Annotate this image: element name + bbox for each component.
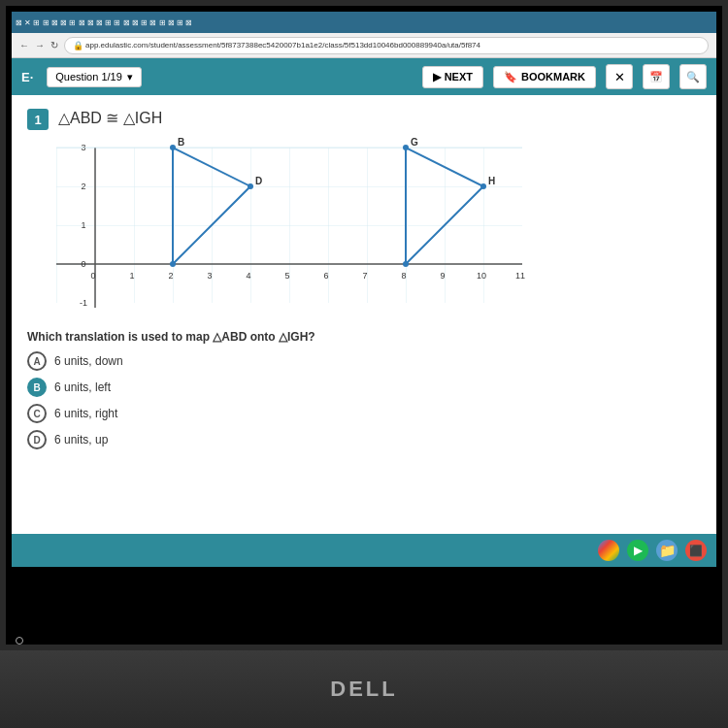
- choice-b[interactable]: B 6 units, left: [27, 378, 701, 397]
- svg-text:0: 0: [81, 259, 85, 269]
- svg-text:H: H: [488, 176, 495, 186]
- address-text: app.edulastic.com/student/assessment/5f8…: [85, 41, 480, 50]
- svg-text:1: 1: [81, 220, 85, 230]
- tab-bar-content: ⊠ ✕ ⊞ ⊞ ⊠ ⊠ ⊞ ⊠ ⊠ ⊠ ⊞ ⊞ ⊠ ⊠ ⊞ ⊠ ⊞ ⊠ ⊞ ⊠: [16, 18, 192, 27]
- close-button[interactable]: ✕: [606, 64, 633, 89]
- svg-text:0: 0: [90, 271, 95, 281]
- svg-text:9: 9: [440, 271, 445, 281]
- tab-bar: ⊠ ✕ ⊞ ⊞ ⊠ ⊠ ⊞ ⊠ ⊠ ⊠ ⊞ ⊞ ⊠ ⊠ ⊞ ⊠ ⊞ ⊠ ⊞ ⊠: [12, 12, 716, 33]
- svg-text:D: D: [255, 176, 262, 186]
- svg-text:2: 2: [168, 271, 173, 281]
- next-button[interactable]: ▶ NEXT: [422, 66, 483, 88]
- dell-logo: DELL: [330, 677, 397, 702]
- choice-d-circle[interactable]: D: [27, 430, 47, 449]
- question-selector-label: Question 1/19: [55, 71, 122, 83]
- choice-b-circle[interactable]: B: [27, 378, 47, 397]
- calendar-icon: 📅: [649, 71, 663, 83]
- bookmark-button[interactable]: 🔖 BOOKMARK: [493, 66, 596, 88]
- svg-point-30: [403, 145, 409, 150]
- svg-point-31: [480, 183, 486, 189]
- choice-c-circle[interactable]: C: [27, 404, 47, 423]
- svg-text:4: 4: [246, 271, 250, 281]
- next-icon: ▶: [433, 71, 441, 83]
- svg-text:-1: -1: [80, 298, 87, 308]
- svg-text:10: 10: [477, 271, 486, 281]
- close-icon: ✕: [614, 70, 625, 84]
- svg-point-29: [403, 261, 409, 267]
- svg-point-23: [170, 261, 176, 267]
- choice-d-label: 6 units, up: [54, 433, 108, 447]
- address-bar: ← → ↻ 🔒 app.edulastic.com/student/assess…: [12, 33, 716, 58]
- question-header: 1 △ABD ≅ △IGH: [27, 109, 701, 130]
- address-input[interactable]: 🔒 app.edulastic.com/student/assessment/5…: [64, 37, 709, 54]
- svg-text:2: 2: [81, 182, 85, 191]
- os-taskbar: ▶ 📁 ⬛: [12, 534, 716, 567]
- question-text: Which translation is used to map △ABD on…: [27, 330, 701, 344]
- svg-text:11: 11: [515, 271, 525, 281]
- assessment-toolbar: E· Question 1/19 ▾ ▶ NEXT 🔖 BOOKMARK ✕ 📅…: [12, 58, 716, 95]
- os-indicator: [16, 637, 23, 645]
- main-content: 1 △ABD ≅ △IGH: [12, 95, 716, 561]
- search-button[interactable]: 🔍: [679, 64, 707, 89]
- folder-icon[interactable]: 📁: [656, 540, 678, 561]
- search-icon: 🔍: [686, 71, 700, 83]
- chrome-icon[interactable]: [598, 540, 619, 561]
- choice-a[interactable]: A 6 units, down: [27, 351, 701, 371]
- graph-container: 0 1 2 3 4 5 6 7 8 9 10 11 0 1 2 3: [27, 138, 701, 322]
- brand-initial: E·: [21, 70, 33, 84]
- back-button[interactable]: ←: [19, 40, 29, 50]
- bookmark-icon: 🔖: [504, 71, 517, 83]
- next-label: NEXT: [445, 71, 473, 83]
- calendar-button[interactable]: 📅: [643, 64, 670, 89]
- question-number: 1: [27, 109, 49, 130]
- svg-text:G: G: [411, 138, 418, 148]
- svg-text:5: 5: [284, 271, 289, 281]
- forward-button[interactable]: →: [35, 40, 45, 50]
- svg-text:B: B: [178, 138, 184, 148]
- svg-point-25: [248, 183, 253, 189]
- reload-button[interactable]: ↻: [50, 40, 58, 50]
- play-icon[interactable]: ▶: [627, 540, 648, 561]
- choice-b-label: 6 units, left: [54, 381, 111, 394]
- question-title: △ABD ≅ △IGH: [58, 109, 162, 127]
- choice-c[interactable]: C 6 units, right: [27, 404, 701, 423]
- svg-text:1: 1: [129, 271, 134, 281]
- svg-text:8: 8: [401, 271, 406, 281]
- question-selector[interactable]: Question 1/19 ▾: [47, 67, 142, 87]
- choice-c-label: 6 units, right: [54, 407, 117, 420]
- answer-choices: A 6 units, down B 6 units, left C 6 unit…: [27, 351, 701, 449]
- bookmark-label: BOOKMARK: [521, 71, 585, 83]
- svg-text:7: 7: [362, 271, 367, 281]
- svg-point-24: [170, 145, 176, 150]
- lock-icon: 🔒: [73, 41, 83, 50]
- screen-icon[interactable]: ⬛: [685, 540, 707, 561]
- svg-text:6: 6: [323, 271, 328, 281]
- choice-a-label: 6 units, down: [54, 354, 123, 368]
- svg-text:3: 3: [207, 271, 212, 281]
- chevron-down-icon: ▾: [127, 71, 133, 83]
- coordinate-graph: 0 1 2 3 4 5 6 7 8 9 10 11 0 1 2 3: [27, 138, 532, 322]
- choice-a-circle[interactable]: A: [27, 351, 47, 371]
- laptop-bottom: DELL: [0, 650, 728, 728]
- choice-d[interactable]: D 6 units, up: [27, 430, 701, 449]
